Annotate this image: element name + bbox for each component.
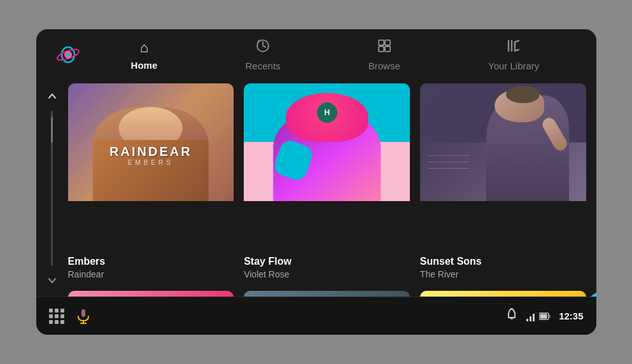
grid-dot	[60, 314, 64, 318]
svg-rect-17	[81, 309, 85, 317]
card-sunsetsons-subtitle: The River	[420, 269, 586, 279]
nav-items: ⌂ Home Recents	[87, 34, 584, 76]
nav-recents-label: Recents	[246, 60, 281, 71]
card-stayflow[interactable]: H Stay Flow Violet Rose	[244, 83, 410, 279]
card-sunsetsons-title: Sunset Sons	[420, 256, 586, 267]
card-embers-title: Embers	[68, 256, 234, 267]
card-embers[interactable]: RAINDEAR EMBERS Embers Raindear	[68, 83, 234, 279]
card-sunsetsons[interactable]: ───────────── ───────────── ────────────…	[420, 83, 586, 279]
lower-card-3-image	[420, 291, 586, 297]
svg-rect-5	[379, 40, 384, 45]
svg-point-3	[66, 53, 70, 57]
card-stayflow-title: Stay Flow	[244, 256, 410, 267]
card-embers-image: RAINDEAR EMBERS	[68, 83, 234, 249]
nav-browse[interactable]: Browse	[356, 34, 413, 76]
scroll-track	[51, 111, 53, 266]
nav-home-label: Home	[131, 60, 158, 71]
nav-library-label: Your Library	[488, 60, 539, 71]
album-embers-text: RAINDEAR EMBERS	[109, 144, 192, 166]
svg-rect-23	[533, 314, 535, 321]
nav-recents[interactable]: Recents	[233, 34, 293, 76]
nav-browse-label: Browse	[369, 60, 400, 71]
home-icon: ⌂	[140, 39, 148, 56]
grid-dot	[55, 320, 59, 324]
recents-icon	[256, 39, 270, 57]
svg-rect-27	[549, 314, 550, 318]
main-cards-row: RAINDEAR EMBERS Embers Raindear	[68, 80, 596, 283]
content-wrapper: RAINDEAR EMBERS Embers Raindear	[68, 80, 596, 297]
bottom-left-controls	[49, 307, 92, 325]
grid-dot	[60, 309, 64, 312]
top-navigation: ⌂ Home Recents	[36, 29, 596, 80]
grid-dot	[49, 309, 53, 312]
notification-bell-icon[interactable]	[505, 307, 519, 325]
bottom-bar: 12:35	[36, 297, 596, 335]
lower-card-2-image	[244, 291, 410, 297]
lower-card-1-image	[68, 291, 234, 297]
scroll-down-button[interactable]	[43, 271, 62, 290]
scroll-up-button[interactable]	[43, 87, 62, 106]
grid-dot	[49, 314, 53, 318]
browse-icon	[377, 39, 391, 57]
signal-icon	[526, 311, 537, 321]
album-embers-title: RAINDEAR	[109, 144, 192, 159]
card-stayflow-image: H	[244, 83, 410, 249]
svg-rect-8	[385, 46, 390, 52]
lower-card-3[interactable]	[420, 291, 586, 297]
clock-display: 12:35	[558, 311, 584, 321]
nav-library[interactable]: Your Library	[475, 34, 552, 76]
grid-dot	[60, 320, 64, 324]
headphone-badge: H	[317, 102, 337, 123]
main-content: RAINDEAR EMBERS Embers Raindear	[36, 80, 596, 297]
bottom-right-status: 12:35	[505, 307, 584, 325]
nav-home[interactable]: ⌂ Home	[118, 34, 171, 76]
svg-rect-26	[540, 314, 547, 318]
app-logo	[49, 42, 87, 67]
sidebar-scroll	[36, 80, 68, 297]
grid-dot	[55, 314, 59, 318]
svg-rect-6	[385, 40, 390, 45]
scroll-thumb	[51, 117, 53, 143]
svg-rect-22	[530, 316, 531, 321]
apps-grid-button[interactable]	[49, 309, 64, 324]
lower-card-1[interactable]	[68, 291, 234, 297]
grid-dot	[49, 320, 53, 324]
battery-icon	[539, 312, 551, 320]
card-embers-subtitle: Raindear	[68, 269, 234, 279]
signal-status	[526, 311, 551, 321]
library-icon	[507, 39, 521, 57]
album-embers-subtitle: EMBERS	[109, 159, 192, 166]
lower-cards-row	[68, 288, 596, 297]
svg-rect-24	[535, 312, 537, 313]
svg-rect-21	[526, 319, 528, 321]
card-sunsetsons-image: ───────────── ───────────── ────────────…	[420, 83, 586, 249]
lower-card-2[interactable]	[244, 291, 410, 297]
grid-dot	[55, 309, 59, 312]
card-stayflow-subtitle: Violet Rose	[244, 269, 410, 279]
svg-rect-7	[379, 46, 384, 52]
microphone-button[interactable]	[74, 307, 92, 325]
